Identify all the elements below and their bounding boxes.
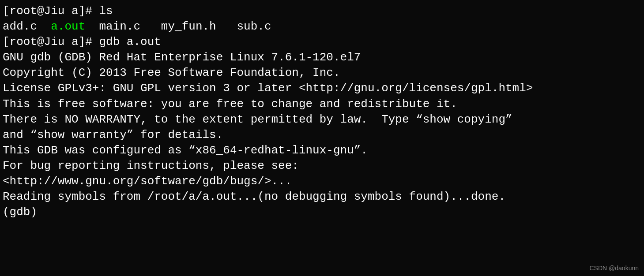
- terminal-line-8: There is NO WARRANTY, to the extent perm…: [3, 112, 641, 127]
- terminal-window: [root@Jiu a]# ls add.c a.out main.c my_f…: [0, 0, 644, 276]
- line3-text: [root@Jiu a]# gdb a.out: [3, 35, 161, 48]
- line4-text: GNU gdb (GDB) Red Hat Enterprise Linux 7…: [3, 51, 361, 64]
- terminal-line-3: [root@Jiu a]# gdb a.out: [3, 34, 641, 50]
- line13-text: Reading symbols from /root/a/a.out...(no…: [3, 190, 505, 203]
- terminal-line-7: This is free software: you are free to c…: [3, 97, 641, 112]
- terminal-line-12: <http://www.gnu.org/software/gdb/bugs/>.…: [3, 174, 641, 189]
- line8-text: There is NO WARRANTY, to the extent perm…: [3, 113, 512, 126]
- line2-rest: main.c my_fun.h sub.c: [85, 20, 271, 33]
- line7-text: This is free software: you are free to c…: [3, 97, 457, 111]
- line1-text: [root@Jiu a]# ls: [3, 4, 113, 18]
- line5-text: Copyright (C) 2013 Free Software Foundat…: [3, 66, 340, 79]
- terminal-line-10: This GDB was configured as “x86_64-redha…: [3, 143, 641, 158]
- terminal-line-4: GNU gdb (GDB) Red Hat Enterprise Linux 7…: [3, 50, 641, 65]
- line2-aout: a.out: [51, 20, 85, 33]
- line14-text: (gdb): [3, 205, 37, 219]
- terminal-line-2: add.c a.out main.c my_fun.h sub.c: [3, 19, 641, 34]
- line6-text: License GPLv3+: GNU GPL version 3 or lat…: [3, 82, 533, 95]
- line10-text: This GDB was configured as “x86_64-redha…: [3, 144, 368, 157]
- line9-text: and “show warranty” for details.: [3, 128, 223, 142]
- terminal-line-11: For bug reporting instructions, please s…: [3, 158, 641, 174]
- line11-text: For bug reporting instructions, please s…: [3, 159, 299, 172]
- line2-add: add.c: [3, 20, 51, 33]
- line12-text: <http://www.gnu.org/software/gdb/bugs/>.…: [3, 175, 292, 188]
- watermark: CSDN @daokunn: [590, 264, 639, 272]
- terminal-line-9: and “show warranty” for details.: [3, 127, 641, 143]
- terminal-line-13: Reading symbols from /root/a/a.out...(no…: [3, 189, 641, 205]
- terminal-line-14: (gdb): [3, 205, 641, 220]
- terminal-line-5: Copyright (C) 2013 Free Software Foundat…: [3, 65, 641, 81]
- terminal-line-6: License GPLv3+: GNU GPL version 3 or lat…: [3, 81, 641, 96]
- terminal-line-1: [root@Jiu a]# ls: [3, 4, 641, 19]
